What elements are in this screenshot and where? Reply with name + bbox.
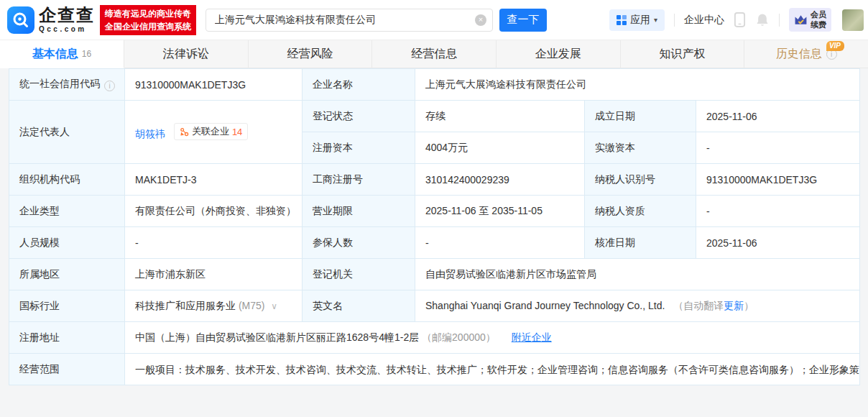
english-name-value: Shanghai Yuanqi Grand Journey Technology… xyxy=(425,300,665,311)
top-header: 企查查 Qcc.com 缔造有远见的商业传奇 全国企业信用查询系统 × 查一下 … xyxy=(0,0,868,40)
credit-code-info-icon[interactable]: i xyxy=(104,81,115,91)
relation-graph-icon xyxy=(180,127,189,137)
org-code-label: 组织机构代码 xyxy=(9,164,125,196)
english-name-cell: Shanghai Yuanqi Grand Journey Technology… xyxy=(415,290,860,322)
reg-capital-value: 4004万元 xyxy=(415,132,585,164)
authority-value: 自由贸易试验区临港新片区市场监管局 xyxy=(415,259,860,290)
company-name-label: 企业名称 xyxy=(303,69,415,101)
header-right: 应用 ▾ 企业中心 会员 续费 xyxy=(609,8,864,31)
nearby-companies-link[interactable]: 附近企业 xyxy=(512,331,552,343)
related-count: 14 xyxy=(232,127,242,137)
tab-operating-info[interactable]: 经营信息 xyxy=(372,40,497,68)
crown-icon xyxy=(794,14,808,26)
credit-code-value: 91310000MAK1DETJ3G xyxy=(125,69,303,101)
reg-capital-label: 注册资本 xyxy=(303,132,415,164)
vip-badge: VIP xyxy=(826,41,844,51)
region-label: 所属地区 xyxy=(9,259,125,290)
staff-size-label: 人员规模 xyxy=(9,227,125,259)
clear-search-icon[interactable]: × xyxy=(475,14,486,26)
taxpayer-id-value: 91310000MAK1DETJ3G xyxy=(696,164,860,196)
slogan-line2: 全国企业信用查询系统 xyxy=(105,20,191,33)
brand-text: 企查查 Qcc.com xyxy=(39,6,95,33)
company-name-value: 上海元气大展鸿途科技有限责任公司 xyxy=(415,69,860,101)
table-row: 企业类型 有限责任公司（外商投资、非独资） 营业期限 2025-11-06 至 … xyxy=(9,196,860,227)
taxpayer-id-label: 纳税人识别号 xyxy=(585,164,696,196)
search-bar: × 查一下 xyxy=(206,9,547,32)
tab-company-development[interactable]: 企业发展 xyxy=(497,40,621,68)
slogan-line1: 缔造有远见的商业传奇 xyxy=(105,7,191,20)
user-avatar[interactable] xyxy=(842,9,864,31)
member-renew-label: 会员 续费 xyxy=(811,10,826,29)
taxpayer-quality-label: 纳税人资质 xyxy=(585,196,696,227)
enterprise-center-link[interactable]: 企业中心 xyxy=(684,14,724,27)
tab-legal-litigation[interactable]: 法律诉讼 xyxy=(124,40,249,68)
related-companies-badge[interactable]: 关联企业 14 xyxy=(174,123,248,140)
biz-term-label: 营业期限 xyxy=(303,196,415,227)
table-row: 所属地区 上海市浦东新区 登记机关 自由贸易试验区临港新片区市场监管局 xyxy=(9,259,860,290)
establish-date-value: 2025-11-06 xyxy=(696,101,860,132)
search-input[interactable] xyxy=(206,9,493,32)
grid-icon xyxy=(617,15,627,25)
table-row: 国标行业 科技推广和应用服务业 (M75) ∨ 英文名 Shanghai Yua… xyxy=(9,290,860,322)
org-code-value: MAK1DETJ-3 xyxy=(125,164,303,196)
translate-update-link[interactable]: 更新 xyxy=(724,300,744,311)
biz-reg-no-value: 310142400029239 xyxy=(415,164,585,196)
magnifier-icon xyxy=(11,11,30,29)
translate-note: （自动翻译更新） xyxy=(673,300,754,311)
legal-rep-link[interactable]: 胡筱祎 xyxy=(135,128,165,139)
mobile-app-icon[interactable] xyxy=(734,12,746,28)
industry-value: 科技推广和应用服务业 xyxy=(135,300,236,311)
approval-date-label: 核准日期 xyxy=(585,227,696,259)
industry-expand-chevron-icon[interactable]: ∨ xyxy=(271,301,277,311)
address-label: 注册地址 xyxy=(9,322,125,354)
qcc-logo[interactable]: 企查查 Qcc.com xyxy=(7,6,95,34)
apps-label: 应用 xyxy=(630,14,650,27)
reg-status-label: 登记状态 xyxy=(303,101,415,132)
taxpayer-quality-value: - xyxy=(696,196,860,227)
tab-operating-risk[interactable]: 经营风险 xyxy=(249,40,373,68)
divider xyxy=(674,14,675,27)
biz-term-value: 2025-11-06 至 2035-11-05 xyxy=(415,196,585,227)
industry-code: (M75) xyxy=(239,300,265,311)
search-box: × xyxy=(206,9,493,32)
member-renew-button[interactable]: 会员 续费 xyxy=(789,8,831,31)
qcc-logo-icon xyxy=(7,6,34,34)
table-row: 人员规模 - 参保人数 - 核准日期 2025-11-06 xyxy=(9,227,860,259)
establish-date-label: 成立日期 xyxy=(585,101,696,132)
table-row: 法定代表人 胡筱祎 关联企业 14 登记状态 存续 成立日期 2025-11-0… xyxy=(9,101,860,132)
staff-size-value: - xyxy=(125,227,303,259)
credit-code-label-cell: 统一社会信用代码i xyxy=(9,69,125,101)
insured-num-value: - xyxy=(415,227,585,259)
paid-capital-label: 实缴资本 xyxy=(585,132,696,164)
tab-basic-info[interactable]: 基本信息 16 xyxy=(0,40,124,68)
company-type-label: 企业类型 xyxy=(9,196,125,227)
apps-menu-button[interactable]: 应用 ▾ xyxy=(609,9,665,31)
notifications-bell-icon[interactable] xyxy=(755,12,770,27)
tab-history-info[interactable]: VIP 历史信息 i xyxy=(744,40,868,68)
authority-label: 登记机关 xyxy=(303,259,415,290)
address-postcode: （邮编200000） xyxy=(422,331,496,343)
legal-rep-label: 法定代表人 xyxy=(9,101,125,164)
address-cell: 中国（上海）自由贸易试验区临港新片区丽正路1628号4幢1-2层 （邮编2000… xyxy=(125,322,860,354)
table-row: 组织机构代码 MAK1DETJ-3 工商注册号 310142400029239 … xyxy=(9,164,860,196)
table-row: 注册地址 中国（上海）自由贸易试验区临港新片区丽正路1628号4幢1-2层 （邮… xyxy=(9,322,860,354)
industry-cell: 科技推广和应用服务业 (M75) ∨ xyxy=(125,290,303,322)
tab-basic-count: 16 xyxy=(82,49,91,59)
english-name-label: 英文名 xyxy=(303,290,415,322)
company-type-value: 有限责任公司（外商投资、非独资） xyxy=(125,196,303,227)
search-button[interactable]: 查一下 xyxy=(499,9,547,32)
section-tabbar: 基本信息 16 法律诉讼 经营风险 经营信息 企业发展 知识产权 VIP 历史信… xyxy=(0,40,868,68)
address-value: 中国（上海）自由贸易试验区临港新片区丽正路1628号4幢1-2层 xyxy=(135,331,419,343)
table-row: 经营范围 一般项目：技术服务、技术开发、技术咨询、技术交流、技术转让、技术推广；… xyxy=(9,354,860,385)
brand-domain: Qcc.com xyxy=(39,26,95,33)
divider xyxy=(779,14,780,27)
basic-info-section: 统一社会信用代码i 91310000MAK1DETJ3G 企业名称 上海元气大展… xyxy=(0,68,868,385)
brand-name: 企查查 xyxy=(39,6,95,24)
scope-value: 一般项目：技术服务、技术开发、技术咨询、技术交流、技术转让、技术推广；软件开发；… xyxy=(125,354,860,385)
scope-label: 经营范围 xyxy=(9,354,125,385)
chevron-down-icon: ▾ xyxy=(654,16,657,24)
reg-status-value: 存续 xyxy=(415,101,585,132)
tab-intellectual-property[interactable]: 知识产权 xyxy=(621,40,745,68)
table-row: 统一社会信用代码i 91310000MAK1DETJ3G 企业名称 上海元气大展… xyxy=(9,69,860,101)
insured-num-label: 参保人数 xyxy=(303,227,415,259)
